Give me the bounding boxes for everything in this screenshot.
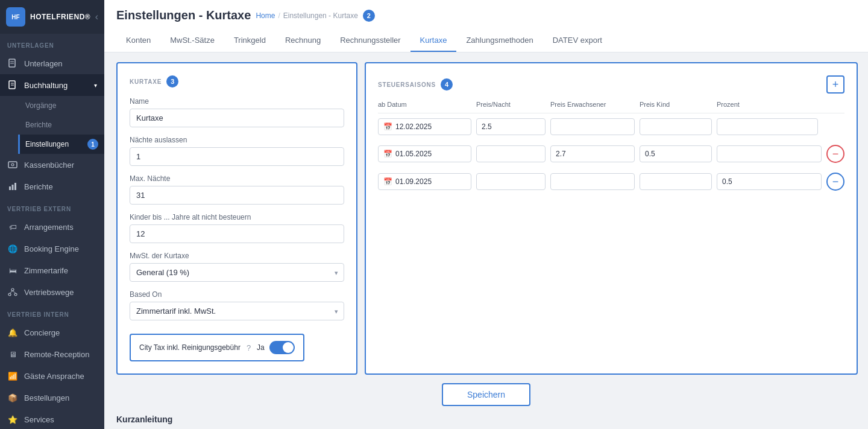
sidebar-item-kassenbücher[interactable]: Kassenbücher	[0, 154, 104, 176]
prozent-input-2[interactable]	[717, 145, 822, 162]
breadcrumb-separator: /	[278, 11, 280, 20]
wifi-icon: 📶	[7, 370, 18, 381]
chevron-down-icon: ▾	[94, 82, 97, 89]
svg-rect-6	[8, 162, 17, 168]
date-field-2[interactable]: 📅 01.05.2025	[378, 145, 471, 162]
preis-kind-input-1[interactable]	[640, 118, 712, 135]
tab-datev-export[interactable]: DATEV export	[543, 30, 612, 52]
date-value-1: 12.02.2025	[395, 122, 432, 131]
city-tax-toggle-box: City Tax inkl. Reinigungsgebühr ? Ja	[130, 334, 304, 361]
nachte-field-group: Nächte auslassen	[130, 136, 344, 166]
sidebar-item-remote-reception[interactable]: 🖥 Remote-Reception	[0, 343, 104, 365]
step4-badge: 4	[441, 78, 453, 91]
sidebar-item-label: Unterlagen	[24, 59, 63, 68]
help-icon[interactable]: ?	[247, 343, 251, 352]
preis-nacht-input-1[interactable]	[476, 118, 546, 135]
sidebar-item-unterlagen[interactable]: Unterlagen	[0, 52, 104, 74]
sidebar-item-label: Remote-Reception	[24, 350, 89, 359]
sidebar-item-concierge[interactable]: 🔔 Concierge	[0, 322, 104, 343]
kurtaxe-section-label: KURTAXE	[130, 78, 162, 85]
breadcrumb-home[interactable]: Home	[256, 11, 275, 20]
logo-icon: HF	[6, 7, 25, 27]
sidebar-item-label: Vorgänge	[25, 101, 56, 110]
remove-season-button-3[interactable]: −	[826, 173, 844, 191]
svg-point-11	[11, 288, 14, 291]
nachte-input[interactable]	[130, 147, 344, 166]
max-nachte-label: Max. Nächte	[130, 174, 344, 183]
table-header: ab Datum Preis/Nacht Preis Erwachsener P…	[378, 101, 844, 113]
toggle-track[interactable]	[269, 341, 295, 354]
sidebar-item-zimmertarife[interactable]: 🛏 Zimmertarife	[0, 259, 104, 281]
sidebar-item-label: Bestellungen	[24, 393, 69, 402]
max-nachte-input[interactable]	[130, 186, 344, 205]
preis-kind-input-3[interactable]	[640, 173, 712, 190]
sidebar-item-services[interactable]: ⭐ Services	[0, 408, 104, 429]
sidebar-item-bestellungen[interactable]: 📦 Bestellungen	[0, 387, 104, 408]
preis-erw-input-2[interactable]	[550, 145, 635, 162]
breadcrumb-current: Einstellungen - Kurtaxe	[283, 11, 358, 20]
sidebar-item-gaste-ansprache[interactable]: 📶 Gäste Ansprache	[0, 365, 104, 387]
sidebar-toggle-icon[interactable]: ‹	[95, 11, 98, 22]
svg-point-12	[8, 293, 11, 296]
table-row: 📅 01.09.2025 −	[378, 168, 844, 195]
prozent-input-1[interactable]	[717, 118, 818, 135]
panels: KURTAXE 3 Name Nächte auslassen Max. Näc…	[116, 62, 856, 375]
sidebar-item-label: Booking Engine	[24, 244, 79, 253]
based-on-select[interactable]: Zimmertarif inkl. MwSt.	[130, 302, 344, 320]
max-nachte-field-group: Max. Nächte	[130, 174, 344, 205]
file-icon	[7, 58, 18, 69]
tab-mwst-satze[interactable]: MwSt.-Sätze	[160, 30, 224, 52]
mwst-select[interactable]: General (19 %)	[130, 263, 344, 282]
col-header-datum: ab Datum	[378, 101, 471, 108]
sidebar-item-booking-engine[interactable]: 🌐 Booking Engine	[0, 238, 104, 259]
svg-point-13	[14, 293, 17, 296]
tab-rechnung[interactable]: Rechnung	[275, 30, 330, 52]
sidebar-item-berichte[interactable]: Berichte	[0, 176, 104, 197]
sidebar-item-vertriebswege[interactable]: Vertriebswege	[0, 281, 104, 303]
sidebar-item-vorgange[interactable]: Vorgänge	[18, 96, 104, 115]
date-field-1[interactable]: 📅 12.02.2025	[378, 118, 471, 135]
sidebar-item-arrangements[interactable]: 🏷 Arrangements	[0, 216, 104, 238]
logo-area: HF HOTELFRIEND®	[6, 7, 90, 27]
preis-erw-input-3[interactable]	[550, 173, 635, 190]
sidebar-item-buchhaltung[interactable]: Buchhaltung ▾	[0, 74, 104, 96]
name-input[interactable]	[130, 109, 344, 127]
preis-erw-input-1[interactable]	[550, 118, 635, 135]
col-header-preis-nacht: Preis/Nacht	[476, 101, 546, 108]
kinder-input[interactable]	[130, 224, 344, 243]
name-field-group: Name	[130, 97, 344, 127]
table-row: 📅 01.05.2025 −	[378, 140, 844, 168]
sidebar-item-berichte-sub[interactable]: Berichte	[18, 115, 104, 135]
tab-trinkgeld[interactable]: Trinkgeld	[224, 30, 275, 52]
sidebar-item-label: Zimmertarife	[24, 266, 68, 275]
city-tax-toggle[interactable]: Ja	[257, 341, 295, 354]
steuersaisons-header: STEUERSAISONS 4 +	[378, 75, 844, 94]
prozent-input-3[interactable]	[717, 173, 822, 190]
preis-kind-input-2[interactable]	[640, 145, 712, 162]
name-label: Name	[130, 97, 344, 106]
book-icon	[7, 80, 18, 91]
tab-konten[interactable]: Konten	[116, 30, 160, 52]
save-button[interactable]: Speichern	[442, 383, 530, 406]
sidebar-item-label: Kassenbücher	[24, 160, 74, 170]
remove-season-button-2[interactable]: −	[826, 145, 844, 163]
preis-nacht-input-2[interactable]	[476, 145, 546, 162]
preis-nacht-input-3[interactable]	[476, 173, 546, 190]
tab-rechnungssteller[interactable]: Rechnungssteller	[330, 30, 410, 52]
section-label-vertrieb-intern: VERTRIEB INTERN	[0, 303, 104, 322]
main-content: Einstellungen - Kurtaxe Home / Einstellu…	[104, 0, 868, 429]
date-value-3: 01.09.2025	[395, 177, 432, 186]
sidebar-header: HF HOTELFRIEND® ‹	[0, 0, 104, 34]
tab-zahlungsmethoden[interactable]: Zahlungsmethoden	[456, 30, 542, 52]
based-on-label: Based On	[130, 290, 344, 299]
sidebar-item-einstellungen[interactable]: Einstellungen 1	[18, 135, 104, 154]
col-header-preis-erw: Preis Erwachsener	[550, 101, 635, 108]
add-season-button[interactable]: +	[826, 75, 844, 94]
col-header-preis-kind: Preis Kind	[640, 101, 712, 108]
chart-icon	[7, 181, 18, 192]
date-field-3[interactable]: 📅 01.09.2025	[378, 173, 471, 190]
based-on-field-group: Based On Zimmertarif inkl. MwSt. ▾	[130, 290, 344, 320]
tabs: Konten MwSt.-Sätze Trinkgeld Rechnung Re…	[116, 30, 856, 52]
tab-kurtaxe[interactable]: Kurtaxe	[410, 30, 457, 52]
box-icon: 📦	[7, 392, 18, 403]
